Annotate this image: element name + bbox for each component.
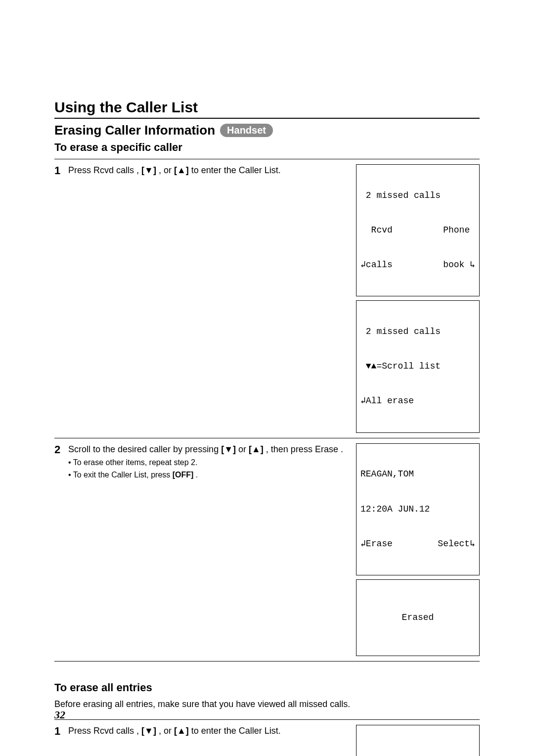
lcd-center: Erased [360, 605, 475, 630]
text: Scroll to the desired caller by pressing [68, 444, 221, 454]
lcd-left: ↲calls [360, 259, 393, 271]
lcd-left: Rcvd [360, 225, 393, 236]
text: to enter the Caller List. [191, 726, 281, 736]
subsection-erase-specific: To erase a specific caller [54, 141, 480, 154]
step-row-all-1: 1 Press Rcvd calls , [▼] , or [▲] to ent… [54, 719, 480, 756]
step-text: Scroll to the desired caller by pressing… [68, 443, 343, 656]
down-key: [▼] [141, 165, 156, 175]
step-number: 1 [54, 164, 68, 433]
substep: • To exit the Caller List, press [OFF] . [68, 470, 343, 480]
substep: • To erase other items, repeat step 2. [68, 457, 343, 468]
text: , or [159, 726, 174, 736]
down-key: [▼] [221, 444, 236, 454]
step-row-specific-2: 2 Scroll to the desired caller by pressi… [54, 438, 480, 662]
text: Press [68, 726, 93, 736]
softkey-rcvd-calls: Rcvd calls [93, 726, 134, 736]
lcd-right: book ↳ [443, 259, 475, 271]
text: Press [68, 165, 93, 175]
step-text: Press Rcvd calls , [▼] , or [▲] to enter… [68, 164, 281, 433]
page-number: 32 [54, 709, 65, 721]
lcd-right: Select↳ [438, 538, 475, 550]
title-rule [54, 118, 480, 119]
lcd-line: 2 missed calls [360, 190, 475, 201]
up-key: [▲] [174, 165, 189, 175]
lcd-left: ↲Erase [360, 538, 393, 550]
section-header: Erasing Caller Information Handset [54, 123, 480, 138]
text: to enter the Caller List. [191, 165, 281, 175]
note-text: Before erasing all entries, make sure th… [54, 699, 480, 709]
step-row-specific-1: 1 Press Rcvd calls , [▼] , or [▲] to ent… [54, 159, 480, 438]
lcd-line: ↲All erase [360, 395, 475, 407]
lcd-screen-erased: Erased [356, 579, 480, 656]
handset-badge: Handset [220, 124, 273, 137]
text: . [341, 444, 343, 454]
text: . [196, 471, 198, 479]
softkey-rcvd-calls: Rcvd calls [93, 165, 134, 175]
lcd-screen-rcvd-phone: RcvdPhone ↲callsbook ↳ [356, 725, 480, 756]
lcd-screen-missed-calls: 2 missed calls RcvdPhone ↲callsbook ↳ [356, 164, 480, 296]
lcd-line: 12:20A JUN.12 [360, 504, 475, 515]
lcd-screen-caller-entry: REAGAN,TOM 12:20A JUN.12 ↲EraseSelect↳ [356, 443, 480, 575]
up-key: [▲] [249, 444, 264, 454]
step-number: 1 [54, 725, 68, 756]
text: , then press [266, 444, 315, 454]
text: • To exit the Caller List, press [68, 471, 173, 479]
step-number: 2 [54, 443, 68, 656]
lcd-line: ▼▲=Scroll list [360, 361, 475, 372]
lcd-line: 2 missed calls [360, 326, 475, 337]
up-key: [▲] [174, 726, 189, 736]
text: , [136, 726, 141, 736]
subsection-erase-all: To erase all entries [54, 681, 480, 694]
down-key: [▼] [141, 726, 156, 736]
text: , or [159, 165, 174, 175]
lcd-line [360, 751, 475, 756]
lcd-screen-scroll-list: 2 missed calls ▼▲=Scroll list ↲All erase [356, 300, 480, 432]
softkey-erase: Erase [315, 444, 338, 454]
section-title: Erasing Caller Information [54, 123, 215, 138]
text: , [136, 165, 141, 175]
lcd-right: Phone [443, 225, 475, 236]
page-title: Using the Caller List [54, 99, 480, 116]
step-text: Press Rcvd calls , [▼] , or [▲] to enter… [68, 725, 281, 756]
off-key: [OFF] [173, 471, 194, 479]
text: or [238, 444, 249, 454]
lcd-line: REAGAN,TOM [360, 469, 475, 480]
